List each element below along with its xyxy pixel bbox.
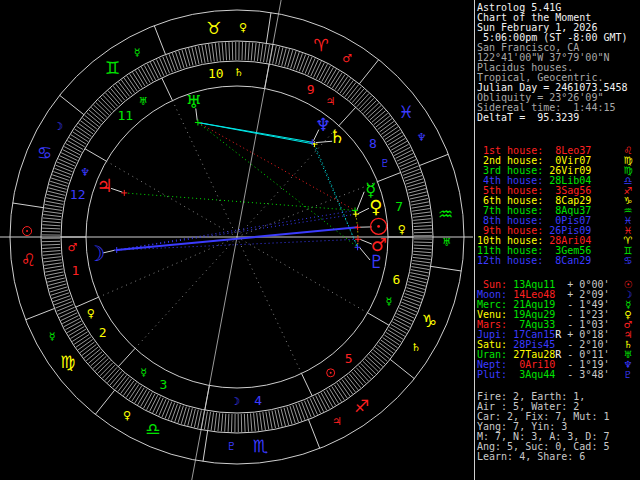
degree-tick (324, 391, 333, 407)
house-cusp-segment (118, 348, 135, 366)
degree-tick (61, 153, 77, 161)
sign-glyph-8: ♐ (354, 396, 369, 416)
sign-boundary (203, 431, 208, 462)
degree-tick (215, 43, 217, 61)
sign-boundary (420, 154, 449, 165)
degree-tick (293, 405, 299, 422)
degree-tick (64, 147, 80, 155)
planet-pointer-venus (358, 208, 369, 214)
degree-tick (156, 59, 163, 75)
degree-tick (42, 231, 60, 232)
degree-tick (273, 46, 277, 64)
house-number-5: 5 (345, 351, 353, 366)
degree-tick (43, 221, 61, 222)
degree-tick (141, 391, 150, 407)
degree-tick (225, 42, 226, 60)
degree-tick (402, 302, 419, 309)
astrolog-window: ♈♂♉♀♊☿♋☽♌♍☿♎♀♏♇♐♃♑♄♒♅♓♆1♂2♀3☿4☽56☿7♀8♇9♃… (0, 0, 640, 480)
house-cusp-segment (377, 172, 400, 181)
degree-tick (54, 299, 71, 305)
degree-tick (296, 53, 302, 70)
sign-boundary (13, 203, 44, 208)
aspect-line-saturn-pluto (315, 144, 358, 247)
degree-tick (305, 57, 312, 74)
degree-tick (150, 395, 158, 411)
house-number-9: 9 (307, 82, 315, 97)
sign-boundary (390, 359, 414, 378)
degree-tick (138, 389, 147, 404)
planet-icon: ♇ (621, 370, 635, 380)
degree-tick (43, 254, 61, 256)
degree-tick (411, 199, 429, 203)
house-cusp-segment (339, 107, 356, 125)
degree-tick (269, 411, 272, 429)
degree-tick (141, 67, 150, 83)
degree-tick (410, 273, 428, 277)
degree-tick (402, 166, 419, 173)
degree-tick (414, 248, 432, 249)
degree-tick (304, 401, 311, 418)
degree-tick (162, 400, 169, 417)
header-line-11: DeltaT = 95.3239 (477, 113, 640, 123)
degree-tick (69, 327, 85, 336)
degree-tick (229, 42, 230, 60)
degree-tick (316, 63, 324, 79)
degree-tick (414, 225, 432, 226)
house-number-4: 4 (254, 393, 262, 408)
degree-tick (413, 212, 431, 214)
house-number-7: 7 (395, 199, 403, 214)
degree-tick (42, 247, 60, 248)
degree-tick (311, 60, 318, 76)
degree-tick (46, 198, 64, 202)
degree-tick (395, 316, 411, 324)
degree-tick (399, 308, 415, 315)
house-cusp-segment (265, 64, 270, 89)
degree-tick (403, 299, 420, 305)
planet-glyph-moon: ☽ (87, 242, 106, 266)
sign-ruler-glyph-11: ♆ (417, 131, 427, 144)
sign-ruler-glyph-0: ♂ (342, 52, 352, 65)
aspect-line-moon-sun (117, 227, 358, 250)
degree-tick (313, 397, 321, 413)
degree-tick (275, 410, 279, 428)
degree-tick (397, 314, 413, 322)
house-cusp-spoke (135, 237, 237, 348)
sign-glyph-9: ♑ (422, 311, 437, 331)
degree-tick (254, 43, 256, 61)
degree-tick (63, 150, 79, 158)
degree-tick (393, 144, 409, 153)
house-cusp-spoke (106, 161, 237, 237)
degree-tick (153, 397, 161, 413)
degree-tick (296, 404, 302, 421)
degree-tick (394, 319, 410, 327)
degree-tick (398, 156, 414, 163)
degree-tick (389, 327, 404, 336)
degree-tick (160, 58, 167, 75)
degree-tick (198, 410, 202, 428)
degree-tick (163, 57, 170, 74)
degree-tick (270, 45, 273, 63)
degree-tick (413, 257, 431, 259)
house-cusp-segment (162, 78, 173, 101)
sign-glyph-11: ♓ (398, 102, 413, 122)
degree-tick (267, 45, 270, 63)
degree-tick (314, 61, 322, 77)
degree-tick (263, 412, 266, 430)
degree-tick (176, 52, 182, 69)
degree-tick (208, 412, 211, 430)
degree-tick (405, 176, 422, 182)
degree-tick (215, 413, 217, 431)
planet-glyph-pluto: ♇ (369, 251, 385, 272)
degree-tick (219, 43, 221, 61)
degree-tick (397, 153, 413, 161)
degree-tick (404, 296, 421, 302)
planet-glyph-sun-dot (377, 225, 380, 228)
chart-info-header: Astrolog 5.41GChart of the MomentSun Feb… (477, 3, 640, 123)
degree-tick (218, 413, 220, 431)
degree-tick (144, 65, 153, 81)
degree-tick (45, 269, 63, 272)
degree-tick (396, 150, 412, 158)
degree-tick (391, 324, 407, 333)
degree-tick (257, 413, 259, 431)
house-number-2: 2 (99, 325, 107, 340)
